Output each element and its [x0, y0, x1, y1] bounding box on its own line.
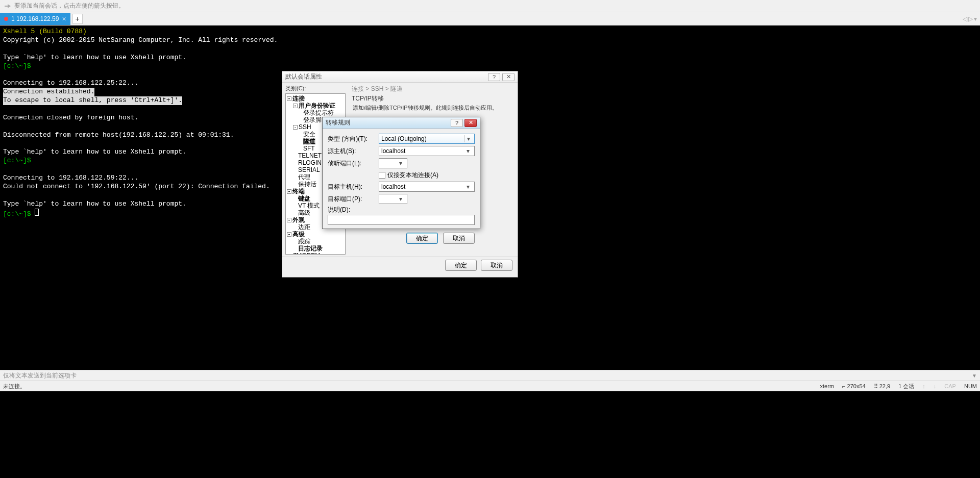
tree-user-auth[interactable]: -用户身份验证 — [287, 102, 344, 109]
status-size: 270x54 — [847, 383, 866, 389]
term-prompt: [c:\~]$ — [3, 210, 31, 218]
tab-menu-icon[interactable]: ▾ — [974, 15, 977, 22]
type-combobox[interactable]: Local (Outgoing) ▾ — [379, 134, 475, 144]
status-bar: 未连接。 xterm ⌐ 270x54 ⠿ 22,9 1 会话 ↑ ↓ CAP … — [0, 381, 980, 391]
status-sessions: 1 会话 — [898, 383, 914, 390]
new-tab-button[interactable]: + — [72, 14, 83, 24]
accept-local-checkbox[interactable] — [379, 172, 385, 179]
compose-placeholder: 仅将文本发送到当前选项卡 — [3, 371, 77, 380]
compose-input-bar[interactable]: 仅将文本发送到当前选项卡 ▼ — [0, 370, 980, 381]
term-line: Connecting to 192.168.122.59:22... — [3, 174, 138, 182]
session-tab[interactable]: 1 192.168.122.59 × — [0, 13, 70, 25]
term-line: Connection established. — [3, 88, 94, 96]
toolbar-hint: 要添加当前会话，点击左侧的箭头按钮。 — [0, 0, 980, 12]
type-value: Local (Outgoing) — [381, 135, 427, 142]
term-prompt: [c:\~]$ — [3, 157, 31, 164]
chevron-down-icon[interactable]: ▾ — [397, 160, 405, 167]
collapse-icon[interactable]: - — [293, 104, 298, 108]
size-icon: ⌐ — [842, 383, 845, 389]
forwarding-rule-dialog: 转移规则 ? ✕ 类型 (方向)(T): Local (Outgoing) ▾ … — [322, 117, 480, 229]
listen-port-label: 侦听端口(L): — [328, 159, 375, 168]
toolbar-hint-text: 要添加当前会话，点击左侧的箭头按钮。 — [14, 2, 125, 10]
properties-cancel-button[interactable]: 取消 — [481, 260, 512, 271]
term-line: Copyright (c) 2002-2015 NetSarang Comput… — [3, 36, 278, 44]
term-line: Connecting to 192.168.122.25:22... — [3, 79, 138, 87]
status-num: NUM — [964, 383, 977, 389]
chevron-down-icon[interactable]: ▾ — [464, 135, 472, 142]
close-button[interactable]: ✕ — [464, 119, 477, 127]
category-label: 类别(C): — [285, 85, 346, 92]
term-line: Type `help' to learn how to use Xshell p… — [3, 54, 186, 61]
arrow-up-icon: ↑ — [922, 383, 925, 389]
desc-label: 说明(D): — [328, 206, 375, 214]
tree-connection[interactable]: -连接 — [287, 95, 344, 102]
collapse-icon[interactable]: - — [287, 96, 291, 101]
dst-port-label: 目标端口(P): — [328, 195, 375, 204]
compose-dropdown-icon[interactable]: ▼ — [972, 373, 977, 379]
term-line: Could not connect to '192.168.122.59' (p… — [3, 183, 270, 190]
connection-status-dot-icon — [4, 17, 8, 21]
tab-next-icon[interactable]: ▷ — [968, 15, 973, 22]
src-host-combobox[interactable]: localhost ▾ — [379, 146, 475, 156]
status-cap: CAP — [944, 383, 956, 389]
properties-ok-button[interactable]: 确定 — [445, 260, 477, 271]
tab-prev-icon[interactable]: ◁ — [963, 15, 967, 22]
help-button[interactable]: ? — [488, 73, 500, 81]
add-session-arrow-icon[interactable] — [4, 3, 11, 10]
accept-local-label: 仅接受本地连接(A) — [387, 171, 438, 180]
term-prompt: [c:\~]$ — [3, 62, 31, 70]
section-title: TCP/IP转移 — [349, 94, 518, 103]
tab-nav: ◁ ▷ ▾ — [963, 15, 980, 22]
dst-host-label: 目标主机(H): — [328, 183, 375, 191]
status-connection: 未连接。 — [3, 383, 26, 390]
dialog-title: 转移规则 — [326, 118, 350, 127]
close-button[interactable]: ✕ — [502, 73, 514, 81]
rule-cancel-button[interactable]: 取消 — [443, 233, 475, 244]
term-line: Type `help' to learn how to use Xshell p… — [3, 148, 186, 156]
breadcrumb: 连接 > SSH > 隧道 — [349, 83, 518, 94]
tab-bar: 1 192.168.122.59 × + ◁ ▷ ▾ — [0, 12, 980, 26]
collapse-icon[interactable]: - — [287, 189, 291, 194]
type-label: 类型 (方向)(T): — [328, 135, 375, 143]
description-input[interactable] — [328, 215, 475, 225]
collapse-icon[interactable]: - — [287, 232, 291, 237]
dst-port-combobox[interactable]: ▾ — [379, 194, 407, 204]
chevron-down-icon[interactable]: ▾ — [464, 183, 472, 190]
collapse-icon[interactable]: - — [293, 125, 298, 130]
tab-label: 1 192.168.122.59 — [11, 15, 59, 22]
pos-icon: ⠿ — [874, 383, 878, 389]
term-line: Xshell 5 (Build 0788) — [3, 28, 87, 35]
tree-login-prompt[interactable]: 登录提示符 — [287, 109, 344, 116]
term-line: Disconnected from remote host(192.168.12… — [3, 131, 234, 139]
term-line: Type `help' to learn how to use Xshell p… — [3, 200, 186, 208]
listen-port-combobox[interactable]: ▾ — [379, 158, 407, 168]
dialog-title: 默认会话属性 — [285, 72, 322, 81]
dst-host-value: localhost — [381, 183, 405, 190]
term-line: To escape to local shell, press 'Ctrl+Al… — [3, 96, 182, 105]
chevron-down-icon[interactable]: ▾ — [397, 195, 405, 203]
chevron-down-icon[interactable]: ▾ — [464, 147, 472, 155]
help-button[interactable]: ? — [451, 119, 463, 127]
tab-close-icon[interactable]: × — [62, 15, 66, 23]
tree-zmodem[interactable]: ZMODEM — [287, 252, 344, 255]
section-desc: 添加/编辑/删除TCP/IP转移规则。此规则连接后自动应用。 — [349, 103, 518, 115]
dialog-titlebar[interactable]: 转移规则 ? ✕ — [323, 117, 480, 129]
status-term-type: xterm — [820, 383, 835, 389]
rule-ok-button[interactable]: 确定 — [406, 233, 438, 244]
cursor-icon — [35, 209, 39, 216]
status-pos: 22,9 — [879, 383, 890, 389]
dst-host-combobox[interactable]: localhost ▾ — [379, 182, 475, 192]
arrow-down-icon: ↓ — [934, 383, 937, 389]
src-host-value: localhost — [381, 147, 405, 155]
dialog-titlebar[interactable]: 默认会话属性 ? ✕ — [282, 71, 518, 83]
collapse-icon[interactable]: - — [287, 218, 291, 222]
term-line: Connection closed by foreign host. — [3, 114, 138, 121]
src-host-label: 源主机(S): — [328, 147, 375, 156]
